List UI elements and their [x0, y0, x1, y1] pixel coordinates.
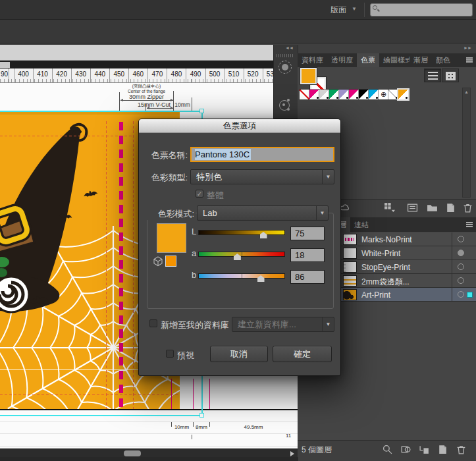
layers-status-bar: 5 個圖層: [298, 440, 476, 457]
scrollbar-right-arrow[interactable]: [290, 451, 294, 456]
global-checkbox[interactable]: ✓: [196, 190, 203, 198]
list-view-button[interactable]: [424, 68, 441, 82]
drag-grip[interactable]: [277, 54, 294, 57]
collapse-panels-icon[interactable]: ◄◄: [285, 45, 293, 50]
color-mode-select[interactable]: Lab ▼: [197, 205, 329, 221]
swatches-tab-strip: 資料庫 透明度 色票 繪圖樣式 漸層 顏色: [298, 53, 476, 67]
dialog-title-bar[interactable]: 色票選項: [139, 119, 340, 133]
swatch-spot[interactable]: [359, 90, 369, 99]
selection-edge-bottom: [0, 415, 202, 416]
swatch-name-input[interactable]: Pantone 130C: [190, 147, 334, 162]
delete-layer-icon[interactable]: [456, 444, 467, 455]
swatch-spot[interactable]: [329, 90, 339, 99]
libraries-sync-icon[interactable]: [340, 202, 351, 213]
layer-selection-color-chip[interactable]: [467, 292, 473, 298]
panel-menu-icon[interactable]: [463, 222, 473, 229]
selected-text: Pantone 130C: [195, 149, 251, 160]
vcut-dim-line: [147, 108, 173, 109]
new-color-group-icon[interactable]: [427, 202, 438, 213]
swatches-scrollbar[interactable]: [462, 88, 471, 198]
swatch-options-icon[interactable]: [407, 202, 418, 213]
tab-libraries[interactable]: 資料庫: [298, 53, 327, 67]
collapse-dock-icon[interactable]: ►►: [463, 45, 471, 50]
tab-gradient[interactable]: 漸層: [410, 53, 432, 67]
delete-swatch-icon[interactable]: [462, 202, 473, 213]
tab-graphic-styles[interactable]: 繪圖樣式: [379, 53, 410, 67]
swatch-spot[interactable]: [349, 90, 359, 99]
selection-handle[interactable]: [199, 109, 204, 113]
tab-transparency[interactable]: 透明度: [327, 53, 357, 67]
add-to-library-checkbox[interactable]: [149, 319, 157, 327]
layer-target-circle[interactable]: [458, 277, 464, 284]
swatch-spot[interactable]: [339, 90, 349, 99]
cancel-button[interactable]: 取消: [210, 346, 268, 362]
layer-name[interactable]: Art-Print: [361, 290, 390, 300]
ok-button[interactable]: 確定: [273, 346, 332, 362]
layer-thumbnail[interactable]: [343, 275, 357, 286]
slider-track-a[interactable]: [198, 252, 285, 257]
selection-handle[interactable]: [199, 413, 204, 418]
clipping-mask-icon[interactable]: [400, 444, 411, 455]
slider-track-b[interactable]: [198, 273, 285, 279]
dim-8mm: 8mm: [190, 424, 213, 430]
divider: [364, 3, 365, 17]
tab-swatches[interactable]: 色票: [357, 53, 379, 67]
new-sublayer-icon[interactable]: [419, 444, 430, 455]
swatch-kinds-icon[interactable]: [384, 202, 395, 213]
horizontal-scrollbar[interactable]: [0, 448, 298, 457]
tab-color[interactable]: 顏色: [432, 53, 454, 67]
layer-name[interactable]: 2mm袋邊顏...: [361, 277, 410, 288]
swatch-registration[interactable]: ⊕: [379, 90, 388, 99]
library-select[interactable]: 建立新資料庫... ▼: [232, 317, 334, 332]
preview-label: 預視: [177, 350, 203, 362]
symbols-panel-icon[interactable]: [279, 100, 290, 111]
swatch-none[interactable]: [300, 90, 309, 99]
out-of-gamut-cube-icon[interactable]: [153, 256, 163, 267]
scrollbar-thumb[interactable]: [124, 450, 141, 456]
application-window: 版面 ▼ ▼ 不透明度: 100% 樣式: ▼ ▼ 變形 ▼ 00% (CMYK…: [0, 0, 476, 461]
layer-thumbnail[interactable]: [343, 261, 357, 273]
panel-menu-icon[interactable]: [463, 57, 473, 64]
gradient-panel-icon[interactable]: [280, 80, 292, 93]
column-divider: [452, 274, 452, 288]
slider-value-b[interactable]: 86: [290, 270, 325, 284]
slider-value-L[interactable]: 75: [290, 227, 325, 240]
swatch-spot[interactable]: [319, 90, 329, 99]
dim-rule: [0, 421, 298, 422]
swatch-spot[interactable]: [369, 90, 379, 99]
fill-color-swatch[interactable]: [300, 68, 317, 84]
layer-name[interactable]: White-Print: [361, 249, 400, 258]
layer-target-circle[interactable]: [458, 236, 464, 242]
grid-view-button[interactable]: [442, 68, 459, 82]
color-type-select[interactable]: 特別色 ▼: [190, 169, 334, 184]
layer-thumbnail[interactable]: [343, 289, 357, 300]
slider-value-a[interactable]: 18: [290, 248, 325, 262]
ruler-tick-label: 430: [71, 70, 91, 78]
layer-thumbnail[interactable]: [343, 234, 357, 245]
swatch-spot[interactable]: [309, 90, 319, 99]
slider-track-L[interactable]: [198, 230, 285, 235]
new-layer-icon[interactable]: [437, 444, 448, 455]
new-swatch-icon[interactable]: [445, 202, 456, 213]
layout-menu[interactable]: 版面: [331, 5, 346, 16]
annotation-flange-en: Center of the flange: [112, 89, 181, 94]
search-input[interactable]: [370, 3, 473, 16]
layer-target-circle[interactable]: [458, 263, 464, 270]
transparency-panel-icon[interactable]: [278, 61, 292, 74]
layer-target-circle[interactable]: [458, 250, 464, 256]
preview-checkbox[interactable]: [166, 350, 174, 358]
arrow-left: [120, 99, 123, 101]
center-tick: [242, 252, 242, 256]
scroll-up-arrow[interactable]: ▲: [464, 90, 469, 94]
swatch-spot[interactable]: [398, 90, 408, 99]
layer-thumbnail[interactable]: [343, 248, 357, 259]
gamut-color-swatch[interactable]: [165, 256, 176, 267]
layer-name[interactable]: StopEye-Print: [361, 263, 410, 272]
locate-object-icon[interactable]: [382, 444, 393, 455]
layer-name[interactable]: Marks-NoPrint: [361, 235, 412, 244]
layer-target-circle[interactable]: [458, 291, 464, 298]
tab-links[interactable]: 連結: [350, 217, 373, 232]
ruler-tick-label: 410: [33, 70, 53, 78]
color-type-label: 色彩類型:: [144, 172, 188, 184]
swatch-white-spot[interactable]: [388, 90, 398, 99]
